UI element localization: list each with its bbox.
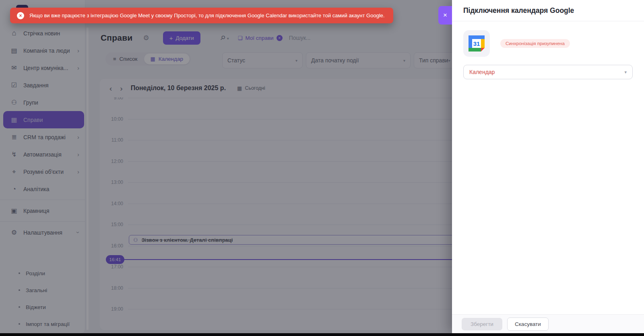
error-x-circle-icon (17, 12, 24, 19)
app-root: Стрічка новин Компанія та люди Центр ком… (0, 0, 644, 336)
google-calendar-day: 31 (472, 39, 481, 48)
drawer-footer: Зберегти Скасувати (452, 314, 644, 333)
cancel-button[interactable]: Скасувати (507, 317, 549, 331)
window-bottom-edge (0, 333, 644, 336)
drawer-title: Підключення календаря Google (463, 6, 633, 15)
close-drawer-button[interactable]: × (438, 6, 452, 25)
google-calendar-drawer: × Підключення календаря Google 31 Синхро… (452, 0, 644, 333)
error-banner-text: Якщо ви вже працюєте з інтеграцією Googl… (29, 12, 385, 19)
drawer-body: 31 Синхронізація призупинена Календар (452, 21, 644, 88)
calendar-select[interactable]: Календар (463, 65, 633, 79)
error-banner: Якщо ви вже працюєте з інтеграцією Googl… (10, 8, 393, 23)
save-button[interactable]: Зберегти (462, 318, 502, 330)
drawer-header: Підключення календаря Google (452, 0, 644, 21)
google-calendar-icon: 31 (463, 30, 490, 57)
sync-status-badge: Синхронізація призупинена (500, 39, 570, 48)
calendar-select-value: Календар (469, 69, 495, 75)
integration-status-row: 31 Синхронізація призупинена (463, 30, 633, 57)
chevron-down-icon (624, 70, 627, 75)
modal-overlay[interactable] (0, 0, 452, 336)
